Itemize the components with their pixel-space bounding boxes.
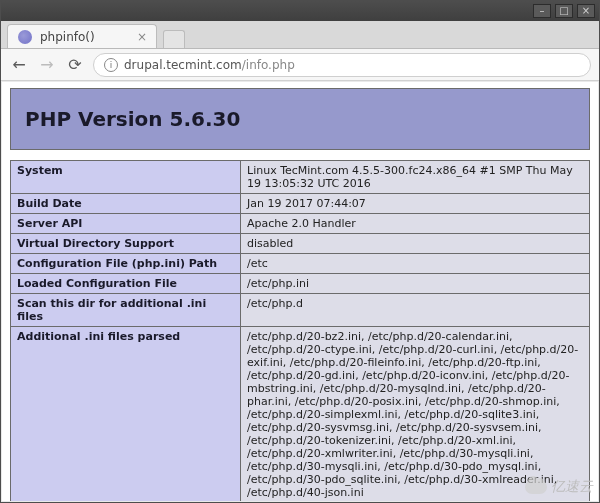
table-row: Build DateJan 19 2017 07:44:07 [11, 194, 590, 214]
table-row: Virtual Directory Supportdisabled [11, 234, 590, 254]
table-row: Loaded Configuration File/etc/php.ini [11, 274, 590, 294]
phpinfo-value: Apache 2.0 Handler [241, 214, 590, 234]
phpinfo-banner: PHP Version 5.6.30 [10, 88, 590, 150]
url-text: drupal.tecmint.com/info.php [124, 58, 295, 72]
php-version-heading: PHP Version 5.6.30 [25, 107, 575, 131]
phpinfo-value: /etc/php.d/20-bz2.ini, /etc/php.d/20-cal… [241, 327, 590, 502]
table-row: Configuration File (php.ini) Path/etc [11, 254, 590, 274]
tab-title: phpinfo() [40, 30, 128, 44]
arrow-left-icon: ← [12, 55, 25, 74]
site-info-icon[interactable]: i [104, 58, 118, 72]
window-minimize-button[interactable]: – [533, 4, 551, 18]
phpinfo-key: Loaded Configuration File [11, 274, 241, 294]
table-row: Additional .ini files parsed/etc/php.d/2… [11, 327, 590, 502]
browser-toolbar: ← → ⟳ i drupal.tecmint.com/info.php [1, 49, 599, 81]
window-maximize-button[interactable]: □ [555, 4, 573, 18]
address-bar[interactable]: i drupal.tecmint.com/info.php [93, 53, 591, 77]
browser-window: – □ × phpinfo() × ← → ⟳ i drupal.tecmint… [0, 0, 600, 503]
new-tab-button[interactable] [163, 30, 185, 48]
url-host: drupal.tecmint.com [124, 58, 242, 72]
phpinfo-value: /etc/php.ini [241, 274, 590, 294]
page-viewport[interactable]: PHP Version 5.6.30 SystemLinux TecMint.c… [2, 82, 598, 501]
phpinfo-key: Server API [11, 214, 241, 234]
phpinfo-value: Jan 19 2017 07:44:07 [241, 194, 590, 214]
phpinfo-value: /etc/php.d [241, 294, 590, 327]
phpinfo-value: /etc [241, 254, 590, 274]
arrow-right-icon: → [40, 55, 53, 74]
reload-button[interactable]: ⟳ [65, 55, 85, 75]
phpinfo-key: Scan this dir for additional .ini files [11, 294, 241, 327]
tab-close-icon[interactable]: × [136, 31, 148, 43]
phpinfo-key: System [11, 161, 241, 194]
window-titlebar: – □ × [1, 1, 599, 21]
forward-button[interactable]: → [37, 55, 57, 75]
reload-icon: ⟳ [68, 55, 81, 74]
tab-bar: phpinfo() × [1, 21, 599, 49]
table-row: SystemLinux TecMint.com 4.5.5-300.fc24.x… [11, 161, 590, 194]
phpinfo-value: disabled [241, 234, 590, 254]
phpinfo-key: Build Date [11, 194, 241, 214]
phpinfo-table: SystemLinux TecMint.com 4.5.5-300.fc24.x… [10, 160, 590, 501]
phpinfo-value: Linux TecMint.com 4.5.5-300.fc24.x86_64 … [241, 161, 590, 194]
phpinfo-key: Configuration File (php.ini) Path [11, 254, 241, 274]
php-favicon-icon [18, 30, 32, 44]
table-row: Scan this dir for additional .ini files/… [11, 294, 590, 327]
phpinfo-key: Virtual Directory Support [11, 234, 241, 254]
phpinfo-page: PHP Version 5.6.30 SystemLinux TecMint.c… [2, 82, 598, 501]
tab-phpinfo[interactable]: phpinfo() × [7, 24, 157, 48]
table-row: Server APIApache 2.0 Handler [11, 214, 590, 234]
url-path: /info.php [242, 58, 295, 72]
phpinfo-key: Additional .ini files parsed [11, 327, 241, 502]
window-close-button[interactable]: × [577, 4, 595, 18]
back-button[interactable]: ← [9, 55, 29, 75]
